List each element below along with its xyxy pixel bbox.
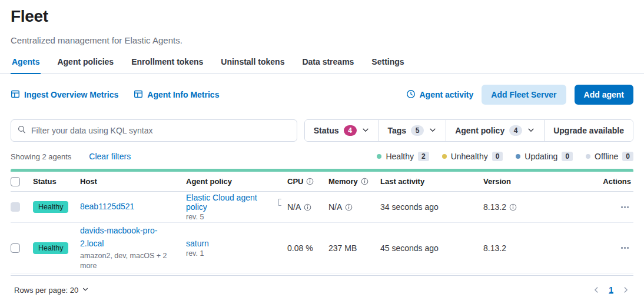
- clock-icon: [406, 89, 416, 101]
- agent-activity-label: Agent activity: [419, 90, 473, 99]
- unhealthy-dot-icon: [442, 154, 447, 159]
- status-filter-label: Status: [314, 126, 339, 135]
- last-activity-value: 45 seconds ago: [380, 243, 483, 253]
- healthy-dot-icon: [377, 154, 381, 159]
- updating-dot-icon: [516, 154, 520, 159]
- tags-filter-count: 5: [411, 125, 424, 136]
- ingest-overview-metrics-link[interactable]: Ingest Overview Metrics: [11, 89, 118, 101]
- column-header-memory: Memory: [328, 177, 380, 186]
- metrics-link-label: Agent Info Metrics: [147, 90, 219, 99]
- agent-policy-link[interactable]: Elastic Cloud agent policy: [186, 193, 275, 212]
- legend-label: Offline: [595, 152, 618, 161]
- info-icon[interactable]: [304, 203, 311, 211]
- legend-count: 0: [492, 152, 503, 161]
- tags-filter-label: Tags: [388, 126, 407, 135]
- legend-count: 0: [622, 152, 633, 161]
- agent-activity-button[interactable]: Agent activity: [406, 89, 473, 101]
- summary-row: Showing 2 agents Clear filters Healthy 2…: [11, 152, 633, 161]
- column-header-memory-label: Memory: [328, 177, 358, 186]
- chevron-down-icon: [361, 126, 370, 136]
- tags-filter[interactable]: Tags 5: [379, 120, 446, 141]
- column-header-status: Status: [33, 177, 80, 186]
- legend-label: Healthy: [386, 152, 413, 161]
- copy-icon[interactable]: [278, 199, 281, 206]
- agent-info-metrics-link[interactable]: Agent Info Metrics: [134, 89, 219, 101]
- tab-agent-policies[interactable]: Agent policies: [56, 54, 115, 74]
- table-row: Healthy davids-macbook-pro-2.local amazo…: [11, 223, 633, 273]
- tab-settings[interactable]: Settings: [370, 54, 405, 74]
- kql-search-input[interactable]: [31, 126, 291, 135]
- agent-policy-filter-label: Agent policy: [455, 126, 504, 135]
- agents-count-label: Showing 2 agents: [11, 152, 71, 161]
- host-link[interactable]: 8eab1125d521: [80, 201, 134, 213]
- tab-data-streams[interactable]: Data streams: [301, 54, 355, 74]
- tab-bar: Agents Agent policies Enrollment tokens …: [0, 54, 644, 74]
- info-icon[interactable]: [345, 203, 353, 211]
- fleet-page: Fleet Centralized management for Elastic…: [0, 7, 644, 295]
- filter-group: Status 4 Tags 5 Agent policy 4 Upgrade a…: [304, 119, 633, 142]
- table-header-row: Status Host Agent policy CPU Memory Last…: [11, 172, 633, 192]
- rows-per-page-button[interactable]: Rows per page: 20: [14, 286, 89, 295]
- version-value: 8.13.2: [483, 243, 560, 253]
- table-footer: Rows per page: 20 1: [11, 276, 633, 295]
- version-value: 8.13.2: [483, 202, 506, 212]
- previous-page-button[interactable]: [592, 286, 600, 294]
- info-icon[interactable]: [509, 203, 517, 211]
- search-icon: [17, 125, 26, 136]
- kql-search-box[interactable]: [11, 119, 297, 142]
- clear-filters-link[interactable]: Clear filters: [89, 152, 131, 161]
- column-header-version: Version: [483, 177, 560, 186]
- search-filter-row: Status 4 Tags 5 Agent policy 4 Upgrade a…: [11, 119, 633, 142]
- page-1-button[interactable]: 1: [609, 285, 613, 295]
- chevron-down-icon: [527, 126, 535, 136]
- tab-uninstall-tokens[interactable]: Uninstall tokens: [220, 54, 286, 74]
- policy-revision: rev. 1: [186, 249, 204, 258]
- agent-policy-filter-count: 4: [509, 125, 522, 136]
- legend-item-unhealthy: Unhealthy 0: [442, 152, 503, 161]
- info-icon[interactable]: [361, 178, 369, 185]
- column-header-cpu-label: CPU: [287, 177, 303, 186]
- tab-enrollment-tokens[interactable]: Enrollment tokens: [130, 54, 204, 74]
- metrics-link-label: Ingest Overview Metrics: [24, 90, 118, 99]
- policy-revision: rev. 5: [186, 213, 204, 221]
- legend-item-updating: Updating 0: [516, 152, 573, 161]
- add-agent-button[interactable]: Add agent: [575, 85, 633, 105]
- status-filter[interactable]: Status 4: [305, 120, 379, 141]
- rows-per-page-label: Rows per page: 20: [14, 286, 78, 295]
- tab-agents[interactable]: Agents: [11, 54, 41, 74]
- host-tags: amazon2, dev, macOS + 2 more: [80, 251, 180, 271]
- upgrade-available-filter-label: Upgrade available: [553, 126, 624, 135]
- legend-count: 0: [562, 152, 573, 161]
- legend-label: Unhealthy: [451, 152, 488, 161]
- legend-count: 2: [418, 152, 429, 161]
- chevron-down-icon: [429, 126, 437, 136]
- memory-value: N/A: [328, 202, 342, 212]
- page-subtitle: Centralized management for Elastic Agent…: [11, 35, 633, 45]
- row-checkbox: [11, 202, 20, 212]
- column-header-cpu: CPU: [287, 177, 328, 186]
- row-actions-button[interactable]: [619, 204, 631, 211]
- pagination: 1: [592, 285, 630, 295]
- info-icon[interactable]: [306, 178, 314, 185]
- status-legend: Healthy 2 Unhealthy 0 Updating 0 Offline…: [377, 152, 633, 161]
- cpu-value: 0.08 %: [287, 243, 328, 253]
- page-title: Fleet: [11, 7, 633, 26]
- status-filter-count: 4: [344, 125, 357, 136]
- table-row: Healthy 8eab1125d521 Elastic Cloud agent…: [11, 192, 633, 223]
- status-badge: Healthy: [33, 242, 68, 254]
- agent-policy-link[interactable]: saturn: [186, 239, 209, 248]
- upgrade-available-filter[interactable]: Upgrade available: [544, 120, 633, 141]
- legend-item-offline: Offline 0: [586, 152, 633, 161]
- agents-table: Status Host Agent policy CPU Memory Last…: [11, 169, 633, 273]
- next-page-button[interactable]: [622, 286, 630, 294]
- offline-dot-icon: [586, 154, 590, 159]
- column-header-last-activity: Last activity: [380, 177, 483, 186]
- select-all-checkbox[interactable]: [11, 177, 20, 186]
- agent-policy-filter[interactable]: Agent policy 4: [446, 120, 544, 141]
- host-link[interactable]: davids-macbook-pro-2.local: [80, 225, 180, 250]
- row-checkbox[interactable]: [11, 243, 20, 253]
- toolbar: Ingest Overview Metrics Agent Info Metri…: [11, 85, 633, 105]
- row-actions-button[interactable]: [619, 245, 631, 251]
- add-fleet-server-button[interactable]: Add Fleet Server: [482, 85, 566, 105]
- last-activity-value: 34 seconds ago: [380, 202, 483, 212]
